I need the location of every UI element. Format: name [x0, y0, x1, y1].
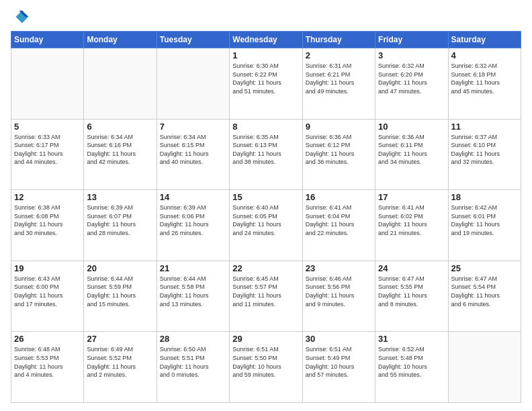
day-info: Sunrise: 6:40 AM Sunset: 6:05 PM Dayligh…: [232, 203, 299, 237]
calendar-cell: [157, 48, 229, 120]
calendar-day-header: Wednesday: [230, 32, 302, 48]
day-number: 11: [451, 122, 518, 132]
calendar-week-row: 5Sunrise: 6:33 AM Sunset: 6:17 PM Daylig…: [11, 119, 521, 190]
calendar-cell: 3Sunrise: 6:32 AM Sunset: 6:20 PM Daylig…: [375, 48, 448, 120]
calendar-cell: [84, 48, 157, 120]
day-number: 15: [232, 192, 299, 202]
day-number: 5: [14, 122, 81, 132]
day-number: 21: [160, 263, 226, 273]
day-number: 14: [160, 192, 226, 202]
calendar-cell: 17Sunrise: 6:41 AM Sunset: 6:02 PM Dayli…: [375, 190, 448, 261]
day-number: 9: [306, 122, 372, 132]
calendar-cell: 24Sunrise: 6:47 AM Sunset: 5:55 PM Dayli…: [375, 261, 448, 332]
day-number: 16: [306, 192, 372, 202]
day-info: Sunrise: 6:49 AM Sunset: 5:52 PM Dayligh…: [87, 345, 153, 379]
day-info: Sunrise: 6:36 AM Sunset: 6:11 PM Dayligh…: [378, 133, 445, 167]
page: SundayMondayTuesdayWednesdayThursdayFrid…: [0, 0, 532, 411]
calendar-cell: [448, 332, 521, 403]
day-info: Sunrise: 6:34 AM Sunset: 6:15 PM Dayligh…: [160, 133, 226, 167]
calendar-week-row: 1Sunrise: 6:30 AM Sunset: 6:22 PM Daylig…: [11, 48, 521, 120]
calendar-cell: 10Sunrise: 6:36 AM Sunset: 6:11 PM Dayli…: [375, 119, 448, 190]
calendar-cell: 27Sunrise: 6:49 AM Sunset: 5:52 PM Dayli…: [84, 332, 157, 403]
day-info: Sunrise: 6:42 AM Sunset: 6:01 PM Dayligh…: [451, 203, 518, 237]
day-number: 23: [306, 263, 372, 273]
calendar-cell: 28Sunrise: 6:50 AM Sunset: 5:51 PM Dayli…: [157, 332, 229, 403]
day-info: Sunrise: 6:32 AM Sunset: 6:18 PM Dayligh…: [451, 62, 518, 95]
calendar-cell: 11Sunrise: 6:37 AM Sunset: 6:10 PM Dayli…: [448, 119, 521, 190]
day-number: 25: [451, 263, 518, 273]
day-info: Sunrise: 6:36 AM Sunset: 6:12 PM Dayligh…: [306, 133, 372, 167]
calendar-cell: 21Sunrise: 6:44 AM Sunset: 5:58 PM Dayli…: [157, 261, 229, 332]
day-info: Sunrise: 6:30 AM Sunset: 6:22 PM Dayligh…: [232, 62, 299, 95]
header: [11, 8, 521, 27]
day-info: Sunrise: 6:31 AM Sunset: 6:21 PM Dayligh…: [306, 62, 372, 95]
day-number: 6: [87, 122, 153, 132]
calendar-cell: 5Sunrise: 6:33 AM Sunset: 6:17 PM Daylig…: [11, 119, 84, 190]
day-info: Sunrise: 6:33 AM Sunset: 6:17 PM Dayligh…: [14, 133, 81, 167]
day-number: 28: [160, 334, 226, 344]
day-number: 13: [87, 192, 153, 202]
day-info: Sunrise: 6:47 AM Sunset: 5:55 PM Dayligh…: [378, 275, 445, 308]
day-number: 1: [232, 50, 299, 60]
calendar-week-row: 26Sunrise: 6:48 AM Sunset: 5:53 PM Dayli…: [11, 332, 521, 403]
calendar-cell: 9Sunrise: 6:36 AM Sunset: 6:12 PM Daylig…: [302, 119, 375, 190]
calendar-cell: 6Sunrise: 6:34 AM Sunset: 6:16 PM Daylig…: [84, 119, 157, 190]
calendar-cell: 20Sunrise: 6:44 AM Sunset: 5:59 PM Dayli…: [84, 261, 157, 332]
day-number: 31: [378, 334, 445, 344]
day-info: Sunrise: 6:37 AM Sunset: 6:10 PM Dayligh…: [451, 133, 518, 167]
calendar-table: SundayMondayTuesdayWednesdayThursdayFrid…: [11, 31, 521, 403]
calendar-cell: 30Sunrise: 6:51 AM Sunset: 5:49 PM Dayli…: [302, 332, 375, 403]
calendar-cell: 31Sunrise: 6:52 AM Sunset: 5:48 PM Dayli…: [375, 332, 448, 403]
calendar-cell: 19Sunrise: 6:43 AM Sunset: 6:00 PM Dayli…: [11, 261, 84, 332]
day-number: 20: [87, 263, 153, 273]
day-info: Sunrise: 6:51 AM Sunset: 5:50 PM Dayligh…: [232, 345, 299, 379]
calendar-header-row: SundayMondayTuesdayWednesdayThursdayFrid…: [11, 32, 521, 48]
calendar-cell: 12Sunrise: 6:38 AM Sunset: 6:08 PM Dayli…: [11, 190, 84, 261]
day-number: 3: [378, 50, 445, 60]
day-number: 24: [378, 263, 445, 273]
day-info: Sunrise: 6:44 AM Sunset: 5:58 PM Dayligh…: [160, 275, 226, 308]
day-number: 22: [232, 263, 299, 273]
day-number: 19: [14, 263, 81, 273]
calendar-cell: 26Sunrise: 6:48 AM Sunset: 5:53 PM Dayli…: [11, 332, 84, 403]
day-info: Sunrise: 6:32 AM Sunset: 6:20 PM Dayligh…: [378, 62, 445, 95]
calendar-cell: [11, 48, 84, 120]
calendar-cell: 8Sunrise: 6:35 AM Sunset: 6:13 PM Daylig…: [230, 119, 302, 190]
calendar-cell: 29Sunrise: 6:51 AM Sunset: 5:50 PM Dayli…: [230, 332, 302, 403]
calendar-cell: 4Sunrise: 6:32 AM Sunset: 6:18 PM Daylig…: [448, 48, 521, 120]
calendar-day-header: Tuesday: [157, 32, 229, 48]
day-number: 27: [87, 334, 153, 344]
day-info: Sunrise: 6:41 AM Sunset: 6:04 PM Dayligh…: [306, 203, 372, 237]
day-number: 10: [378, 122, 445, 132]
day-number: 30: [306, 334, 372, 344]
calendar-cell: 16Sunrise: 6:41 AM Sunset: 6:04 PM Dayli…: [302, 190, 375, 261]
day-number: 8: [232, 122, 299, 132]
calendar-cell: 25Sunrise: 6:47 AM Sunset: 5:54 PM Dayli…: [448, 261, 521, 332]
calendar-day-header: Friday: [375, 32, 448, 48]
calendar-day-header: Thursday: [302, 32, 375, 48]
calendar-cell: 2Sunrise: 6:31 AM Sunset: 6:21 PM Daylig…: [302, 48, 375, 120]
logo: [11, 8, 32, 27]
calendar-cell: 7Sunrise: 6:34 AM Sunset: 6:15 PM Daylig…: [157, 119, 229, 190]
day-info: Sunrise: 6:46 AM Sunset: 5:56 PM Dayligh…: [306, 275, 372, 308]
day-info: Sunrise: 6:50 AM Sunset: 5:51 PM Dayligh…: [160, 345, 226, 379]
calendar-cell: 18Sunrise: 6:42 AM Sunset: 6:01 PM Dayli…: [448, 190, 521, 261]
day-number: 29: [232, 334, 299, 344]
calendar-cell: 22Sunrise: 6:45 AM Sunset: 5:57 PM Dayli…: [230, 261, 302, 332]
day-info: Sunrise: 6:38 AM Sunset: 6:08 PM Dayligh…: [14, 203, 81, 237]
day-info: Sunrise: 6:35 AM Sunset: 6:13 PM Dayligh…: [232, 133, 299, 167]
day-info: Sunrise: 6:39 AM Sunset: 6:07 PM Dayligh…: [87, 203, 153, 237]
day-number: 7: [160, 122, 226, 132]
day-number: 17: [378, 192, 445, 202]
logo-icon: [11, 8, 30, 27]
calendar-week-row: 19Sunrise: 6:43 AM Sunset: 6:00 PM Dayli…: [11, 261, 521, 332]
day-info: Sunrise: 6:41 AM Sunset: 6:02 PM Dayligh…: [378, 203, 445, 237]
calendar-day-header: Monday: [84, 32, 157, 48]
calendar-cell: 13Sunrise: 6:39 AM Sunset: 6:07 PM Dayli…: [84, 190, 157, 261]
day-number: 2: [306, 50, 372, 60]
day-info: Sunrise: 6:47 AM Sunset: 5:54 PM Dayligh…: [451, 275, 518, 308]
day-info: Sunrise: 6:39 AM Sunset: 6:06 PM Dayligh…: [160, 203, 226, 237]
calendar-cell: 1Sunrise: 6:30 AM Sunset: 6:22 PM Daylig…: [230, 48, 302, 120]
calendar-cell: 14Sunrise: 6:39 AM Sunset: 6:06 PM Dayli…: [157, 190, 229, 261]
calendar-cell: 23Sunrise: 6:46 AM Sunset: 5:56 PM Dayli…: [302, 261, 375, 332]
